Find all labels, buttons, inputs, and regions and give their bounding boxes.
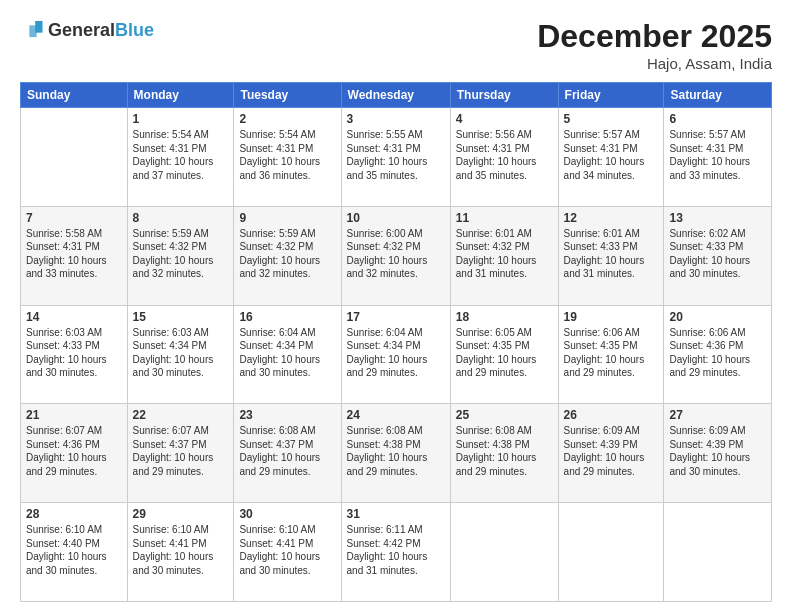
calendar-cell: 24Sunrise: 6:08 AM Sunset: 4:38 PM Dayli… xyxy=(341,404,450,503)
calendar-cell: 17Sunrise: 6:04 AM Sunset: 4:34 PM Dayli… xyxy=(341,305,450,404)
calendar-cell: 11Sunrise: 6:01 AM Sunset: 4:32 PM Dayli… xyxy=(450,206,558,305)
day-info: Sunrise: 5:59 AM Sunset: 4:32 PM Dayligh… xyxy=(239,227,335,281)
col-header-friday: Friday xyxy=(558,83,664,108)
day-info: Sunrise: 6:11 AM Sunset: 4:42 PM Dayligh… xyxy=(347,523,445,577)
day-info: Sunrise: 5:57 AM Sunset: 4:31 PM Dayligh… xyxy=(669,128,766,182)
calendar-header-row: SundayMondayTuesdayWednesdayThursdayFrid… xyxy=(21,83,772,108)
day-info: Sunrise: 6:08 AM Sunset: 4:38 PM Dayligh… xyxy=(456,424,553,478)
day-info: Sunrise: 6:09 AM Sunset: 4:39 PM Dayligh… xyxy=(669,424,766,478)
day-info: Sunrise: 6:04 AM Sunset: 4:34 PM Dayligh… xyxy=(347,326,445,380)
day-number: 3 xyxy=(347,112,445,126)
calendar-cell: 30Sunrise: 6:10 AM Sunset: 4:41 PM Dayli… xyxy=(234,503,341,602)
day-info: Sunrise: 6:00 AM Sunset: 4:32 PM Dayligh… xyxy=(347,227,445,281)
location-title: Hajo, Assam, India xyxy=(537,55,772,72)
day-number: 5 xyxy=(564,112,659,126)
calendar-cell: 21Sunrise: 6:07 AM Sunset: 4:36 PM Dayli… xyxy=(21,404,128,503)
calendar-week-row: 14Sunrise: 6:03 AM Sunset: 4:33 PM Dayli… xyxy=(21,305,772,404)
calendar-cell: 5Sunrise: 5:57 AM Sunset: 4:31 PM Daylig… xyxy=(558,108,664,207)
day-info: Sunrise: 6:09 AM Sunset: 4:39 PM Dayligh… xyxy=(564,424,659,478)
day-number: 22 xyxy=(133,408,229,422)
day-info: Sunrise: 6:07 AM Sunset: 4:36 PM Dayligh… xyxy=(26,424,122,478)
day-number: 27 xyxy=(669,408,766,422)
calendar-week-row: 1Sunrise: 5:54 AM Sunset: 4:31 PM Daylig… xyxy=(21,108,772,207)
page: GeneralBlue December 2025 Hajo, Assam, I… xyxy=(0,0,792,612)
day-number: 10 xyxy=(347,211,445,225)
day-number: 11 xyxy=(456,211,553,225)
month-title: December 2025 xyxy=(537,18,772,55)
day-info: Sunrise: 6:10 AM Sunset: 4:41 PM Dayligh… xyxy=(239,523,335,577)
day-info: Sunrise: 5:56 AM Sunset: 4:31 PM Dayligh… xyxy=(456,128,553,182)
day-number: 4 xyxy=(456,112,553,126)
calendar-cell: 26Sunrise: 6:09 AM Sunset: 4:39 PM Dayli… xyxy=(558,404,664,503)
col-header-saturday: Saturday xyxy=(664,83,772,108)
day-number: 30 xyxy=(239,507,335,521)
calendar-cell: 6Sunrise: 5:57 AM Sunset: 4:31 PM Daylig… xyxy=(664,108,772,207)
day-number: 23 xyxy=(239,408,335,422)
day-number: 21 xyxy=(26,408,122,422)
calendar-cell: 7Sunrise: 5:58 AM Sunset: 4:31 PM Daylig… xyxy=(21,206,128,305)
logo-blue: Blue xyxy=(115,20,154,40)
logo-general: General xyxy=(48,20,115,40)
day-number: 20 xyxy=(669,310,766,324)
day-number: 31 xyxy=(347,507,445,521)
title-block: December 2025 Hajo, Assam, India xyxy=(537,18,772,72)
calendar-cell: 19Sunrise: 6:06 AM Sunset: 4:35 PM Dayli… xyxy=(558,305,664,404)
calendar-cell: 23Sunrise: 6:08 AM Sunset: 4:37 PM Dayli… xyxy=(234,404,341,503)
day-number: 9 xyxy=(239,211,335,225)
day-number: 12 xyxy=(564,211,659,225)
day-info: Sunrise: 6:04 AM Sunset: 4:34 PM Dayligh… xyxy=(239,326,335,380)
calendar-cell: 10Sunrise: 6:00 AM Sunset: 4:32 PM Dayli… xyxy=(341,206,450,305)
calendar-cell: 25Sunrise: 6:08 AM Sunset: 4:38 PM Dayli… xyxy=(450,404,558,503)
col-header-wednesday: Wednesday xyxy=(341,83,450,108)
calendar-cell: 27Sunrise: 6:09 AM Sunset: 4:39 PM Dayli… xyxy=(664,404,772,503)
calendar-cell: 20Sunrise: 6:06 AM Sunset: 4:36 PM Dayli… xyxy=(664,305,772,404)
day-number: 28 xyxy=(26,507,122,521)
calendar-week-row: 21Sunrise: 6:07 AM Sunset: 4:36 PM Dayli… xyxy=(21,404,772,503)
day-number: 7 xyxy=(26,211,122,225)
col-header-thursday: Thursday xyxy=(450,83,558,108)
day-info: Sunrise: 5:59 AM Sunset: 4:32 PM Dayligh… xyxy=(133,227,229,281)
col-header-tuesday: Tuesday xyxy=(234,83,341,108)
day-number: 25 xyxy=(456,408,553,422)
calendar-cell: 18Sunrise: 6:05 AM Sunset: 4:35 PM Dayli… xyxy=(450,305,558,404)
day-info: Sunrise: 5:54 AM Sunset: 4:31 PM Dayligh… xyxy=(133,128,229,182)
calendar-cell: 9Sunrise: 5:59 AM Sunset: 4:32 PM Daylig… xyxy=(234,206,341,305)
calendar-cell: 1Sunrise: 5:54 AM Sunset: 4:31 PM Daylig… xyxy=(127,108,234,207)
day-number: 16 xyxy=(239,310,335,324)
day-info: Sunrise: 6:07 AM Sunset: 4:37 PM Dayligh… xyxy=(133,424,229,478)
header: GeneralBlue December 2025 Hajo, Assam, I… xyxy=(20,18,772,72)
calendar-cell: 22Sunrise: 6:07 AM Sunset: 4:37 PM Dayli… xyxy=(127,404,234,503)
calendar-cell: 28Sunrise: 6:10 AM Sunset: 4:40 PM Dayli… xyxy=(21,503,128,602)
day-number: 1 xyxy=(133,112,229,126)
day-info: Sunrise: 5:58 AM Sunset: 4:31 PM Dayligh… xyxy=(26,227,122,281)
day-number: 29 xyxy=(133,507,229,521)
day-info: Sunrise: 6:02 AM Sunset: 4:33 PM Dayligh… xyxy=(669,227,766,281)
calendar-cell: 13Sunrise: 6:02 AM Sunset: 4:33 PM Dayli… xyxy=(664,206,772,305)
day-info: Sunrise: 6:10 AM Sunset: 4:40 PM Dayligh… xyxy=(26,523,122,577)
day-info: Sunrise: 6:08 AM Sunset: 4:37 PM Dayligh… xyxy=(239,424,335,478)
calendar-cell: 3Sunrise: 5:55 AM Sunset: 4:31 PM Daylig… xyxy=(341,108,450,207)
day-number: 13 xyxy=(669,211,766,225)
logo-icon xyxy=(22,18,44,40)
svg-marker-1 xyxy=(29,25,36,37)
logo: GeneralBlue xyxy=(20,18,154,44)
calendar-cell: 16Sunrise: 6:04 AM Sunset: 4:34 PM Dayli… xyxy=(234,305,341,404)
calendar-cell: 14Sunrise: 6:03 AM Sunset: 4:33 PM Dayli… xyxy=(21,305,128,404)
day-info: Sunrise: 6:01 AM Sunset: 4:33 PM Dayligh… xyxy=(564,227,659,281)
day-info: Sunrise: 6:06 AM Sunset: 4:36 PM Dayligh… xyxy=(669,326,766,380)
day-number: 18 xyxy=(456,310,553,324)
calendar-cell xyxy=(21,108,128,207)
calendar-cell: 4Sunrise: 5:56 AM Sunset: 4:31 PM Daylig… xyxy=(450,108,558,207)
day-number: 19 xyxy=(564,310,659,324)
day-info: Sunrise: 6:06 AM Sunset: 4:35 PM Dayligh… xyxy=(564,326,659,380)
calendar-cell xyxy=(450,503,558,602)
day-number: 14 xyxy=(26,310,122,324)
day-info: Sunrise: 6:03 AM Sunset: 4:34 PM Dayligh… xyxy=(133,326,229,380)
calendar-cell: 2Sunrise: 5:54 AM Sunset: 4:31 PM Daylig… xyxy=(234,108,341,207)
calendar-cell xyxy=(558,503,664,602)
day-info: Sunrise: 6:03 AM Sunset: 4:33 PM Dayligh… xyxy=(26,326,122,380)
day-number: 24 xyxy=(347,408,445,422)
calendar-cell: 15Sunrise: 6:03 AM Sunset: 4:34 PM Dayli… xyxy=(127,305,234,404)
day-info: Sunrise: 5:54 AM Sunset: 4:31 PM Dayligh… xyxy=(239,128,335,182)
calendar-cell: 29Sunrise: 6:10 AM Sunset: 4:41 PM Dayli… xyxy=(127,503,234,602)
